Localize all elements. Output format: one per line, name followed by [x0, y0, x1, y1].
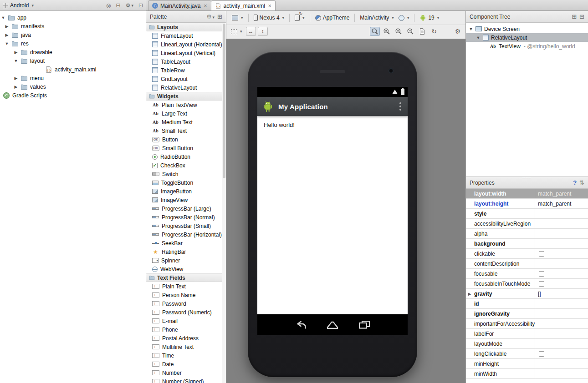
zoom-tool-button[interactable]	[370, 27, 380, 36]
zoom-out-button[interactable]	[405, 27, 415, 36]
palette-item[interactable]: FrameLayout	[146, 31, 222, 40]
palette-item[interactable]: ✓CheckBox	[146, 161, 222, 170]
palette-item[interactable]: Person Name	[146, 291, 222, 299]
render-options-button[interactable]: ⚙	[453, 27, 463, 36]
property-row-labelfor[interactable]: labelFor	[466, 329, 588, 339]
tree-item-manifests[interactable]: ▶ manifests	[0, 22, 146, 30]
zoom-actual-button[interactable]	[382, 27, 392, 36]
tree-item-menu[interactable]: ▶ menu	[0, 74, 146, 82]
palette-item[interactable]: RadioButton	[146, 152, 222, 161]
palette-item[interactable]: SeekBar	[146, 239, 222, 247]
palette-item[interactable]: E-mail	[146, 317, 222, 325]
palette-item[interactable]: Date	[146, 360, 222, 368]
palette-item[interactable]: Password	[146, 299, 222, 308]
tree-item-app[interactable]: ▼ app	[0, 13, 146, 22]
activity-selector[interactable]: MainActivity▾	[358, 14, 396, 22]
tree-item-res[interactable]: ▼ res	[0, 39, 146, 48]
property-row-layout-width[interactable]: layout:width match_parent	[466, 189, 588, 199]
property-row-ignoregravity[interactable]: ignoreGravity	[466, 309, 588, 319]
chevron-down-icon[interactable]: ▼	[5, 41, 9, 46]
chevron-right-icon[interactable]: ▶	[5, 24, 9, 29]
theme-selector[interactable]: AppTheme	[313, 14, 352, 22]
overflow-menu-icon[interactable]	[399, 102, 403, 111]
chevron-right-icon[interactable]: ▶	[14, 85, 18, 89]
collapse-all-icon[interactable]: ⊟	[579, 13, 584, 20]
palette-item[interactable]: WebView	[146, 265, 222, 273]
device-selector[interactable]: Nexus 4▾	[252, 14, 286, 22]
palette-view-icon[interactable]: ⊞	[217, 13, 222, 20]
palette-item[interactable]: ImageView	[146, 196, 222, 204]
palette-item[interactable]: TableRow	[146, 66, 222, 75]
tree-item-activity-main-xml[interactable]: activity_main.xml	[0, 65, 146, 74]
property-row-longclickable[interactable]: longClickable	[466, 349, 588, 359]
palette-item[interactable]: TableLayout	[146, 57, 222, 66]
palette-item[interactable]: Number (Signed)	[146, 377, 222, 383]
checkbox[interactable]	[539, 281, 544, 287]
palette-item[interactable]: Time	[146, 351, 222, 360]
palette-item[interactable]: ProgressBar (Large)	[146, 204, 222, 213]
recents-icon[interactable]	[358, 320, 371, 330]
device-screen[interactable]: My Application Hello world!	[257, 87, 408, 335]
checkbox[interactable]	[539, 351, 544, 357]
chevron-right-icon[interactable]: ▶	[14, 76, 18, 81]
splitter-handle[interactable]: ┄┄┄	[522, 176, 531, 181]
hello-world-text[interactable]: Hello world!	[264, 121, 295, 128]
close-icon[interactable]: ×	[268, 3, 271, 9]
palette-section-text-fields[interactable]: Text Fields	[146, 273, 222, 282]
property-row-importantforaccessibility[interactable]: importantForAccessibility	[466, 319, 588, 329]
chevron-right-icon[interactable]: ▶	[5, 33, 9, 37]
chevron-down-icon[interactable]: ▼	[476, 35, 481, 40]
tree-item-drawable[interactable]: ▶ drawable	[0, 48, 146, 56]
design-canvas[interactable]: My Application Hello world!	[226, 39, 465, 383]
component-relativelayout[interactable]: ▼ RelativeLayout	[466, 33, 588, 42]
palette-item[interactable]: Multiline Text	[146, 343, 222, 351]
palette-item[interactable]: OKSmall Button	[146, 144, 222, 152]
palette-section-layouts[interactable]: Layouts	[146, 23, 222, 31]
property-row-clickable[interactable]: clickable	[466, 249, 588, 259]
palette-scrollbar[interactable]	[222, 23, 226, 383]
property-row-layout-height[interactable]: layout:height match_parent	[466, 199, 588, 209]
zoom-in-button[interactable]	[394, 27, 404, 36]
palette-item[interactable]: Postal Address	[146, 334, 222, 343]
palette-item[interactable]: Number	[146, 368, 222, 377]
palette-item[interactable]: AbMedium Text	[146, 118, 222, 126]
property-row-minheight[interactable]: minHeight	[466, 359, 588, 369]
property-row-contentdescription[interactable]: contentDescription	[466, 259, 588, 269]
property-row-style[interactable]: style	[466, 209, 588, 219]
palette-item[interactable]: ProgressBar (Small)	[146, 222, 222, 230]
tree-item-gradle-scripts[interactable]: Gradle Scripts	[0, 91, 146, 100]
property-row-focusable[interactable]: focusable	[466, 269, 588, 279]
fit-width-button[interactable]: ↔	[246, 27, 256, 36]
component-textview[interactable]: Ab TextView - @string/hello_world	[466, 42, 588, 50]
property-row-layoutmode[interactable]: layoutMode	[466, 339, 588, 349]
home-icon[interactable]	[326, 320, 339, 330]
scrollbar-thumb[interactable]	[223, 24, 225, 178]
chevron-down-icon[interactable]: ▼	[469, 27, 473, 31]
palette-item[interactable]: ProgressBar (Normal)	[146, 213, 222, 222]
palette-item[interactable]: RelativeLayout	[146, 83, 222, 92]
palette-item[interactable]: AbSmall Text	[146, 126, 222, 135]
content-area[interactable]: Hello world!	[257, 116, 408, 314]
property-row-id[interactable]: id	[466, 299, 588, 309]
project-view-selector[interactable]: Android	[10, 2, 29, 9]
chevron-down-icon[interactable]: ▼	[1, 15, 5, 20]
property-row-focusableintouchmode[interactable]: focusableInTouchMode	[466, 279, 588, 289]
property-row-gravity[interactable]: ▶gravity []	[466, 289, 588, 299]
palette-item[interactable]: ★RatingBar	[146, 247, 222, 256]
hide-panel-icon[interactable]: ⊡	[138, 2, 143, 9]
panel-settings-icon[interactable]: ⚙▾	[126, 2, 133, 9]
back-icon[interactable]	[294, 320, 307, 330]
fit-height-button[interactable]: ↕	[258, 27, 268, 36]
palette-item[interactable]: Phone	[146, 325, 222, 334]
locale-selector[interactable]: ▾	[397, 14, 411, 22]
chevron-right-icon[interactable]: ▶	[14, 50, 18, 55]
help-icon[interactable]: ?	[573, 179, 577, 186]
tab-activity-main-xml[interactable]: activity_main.xml ×	[211, 0, 276, 10]
palette-item[interactable]: GridLayout	[146, 75, 222, 83]
expand-icon[interactable]: ▶	[468, 292, 471, 296]
palette-item[interactable]: ProgressBar (Horizontal)	[146, 230, 222, 239]
expand-all-icon[interactable]: ⊞	[572, 13, 577, 20]
palette-item[interactable]: LinearLayout (Vertical)	[146, 49, 222, 57]
refresh-button[interactable]: ↻	[429, 27, 439, 36]
tree-item-layout[interactable]: ▼ layout	[0, 56, 146, 65]
